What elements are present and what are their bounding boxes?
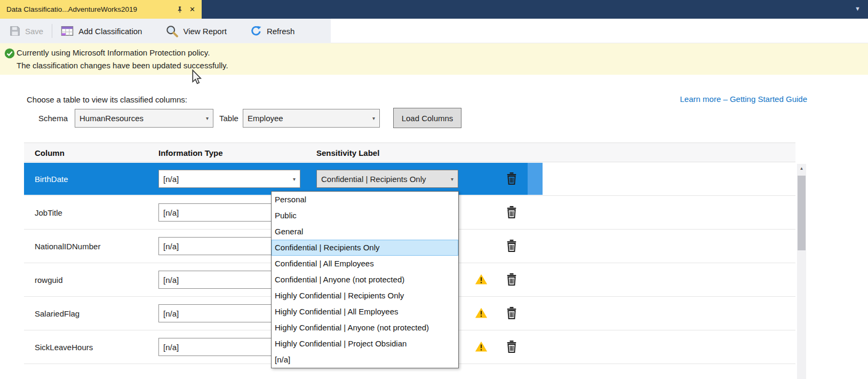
scrollbar-thumb[interactable] <box>798 176 806 250</box>
information-type-value: [n/a] <box>163 343 179 352</box>
warning-icon <box>475 307 488 321</box>
magnifier-icon <box>165 25 178 37</box>
save-button[interactable]: Save <box>3 21 50 41</box>
table-select-value: Employee <box>248 114 283 123</box>
refresh-icon <box>250 25 262 37</box>
dropdown-option[interactable]: Highly Confidential | Anyone (not protec… <box>272 320 458 336</box>
delete-classification-button[interactable] <box>506 205 517 220</box>
success-check-icon <box>4 48 15 61</box>
column-header-column: Column <box>35 148 65 157</box>
warning-icon <box>475 341 488 354</box>
sensitivity-label-select[interactable]: Confidential | Recipients Only ▾ <box>316 170 458 188</box>
delete-classification-button[interactable] <box>506 239 517 254</box>
dropdown-option[interactable]: [n/a] <box>272 352 458 368</box>
toolbar-separator <box>52 24 52 38</box>
dropdown-option[interactable]: Highly Confidential | All Employees <box>272 304 458 320</box>
information-type-select[interactable]: [n/a] ▾ <box>158 170 300 188</box>
save-label: Save <box>25 27 43 36</box>
chevron-down-icon: ▾ <box>203 115 209 121</box>
banner-line-1: Currently using Microsoft Information Pr… <box>17 46 228 59</box>
chevron-down-icon[interactable]: ▼ <box>855 5 861 12</box>
info-banner: Currently using Microsoft Information Pr… <box>0 43 868 75</box>
mouse-cursor <box>190 69 202 88</box>
add-classification-icon <box>61 25 74 37</box>
delete-classification-button[interactable] <box>506 306 517 321</box>
information-type-value: [n/a] <box>163 242 179 251</box>
delete-classification-button[interactable] <box>506 339 517 355</box>
pin-icon[interactable] <box>176 5 184 14</box>
information-type-value: [n/a] <box>163 309 179 318</box>
delete-classification-button[interactable] <box>506 171 517 187</box>
table-label: Table <box>219 114 238 123</box>
sensitivity-dropdown-list: Personal Public General Confidential | R… <box>271 191 459 368</box>
load-columns-button[interactable]: Load Columns <box>393 108 461 128</box>
refresh-button[interactable]: Refresh <box>244 21 301 41</box>
toolbar: Save Add Classification View Report Refr <box>0 19 868 43</box>
column-name: SickLeaveHours <box>35 343 93 352</box>
save-icon <box>10 26 20 36</box>
dropdown-option[interactable]: Highly Confidential | Recipients Only <box>272 288 458 304</box>
column-header-information-type: Information Type <box>158 148 223 157</box>
tab-title: Data Classificatio...AdventureWorks2019 <box>6 5 170 13</box>
main-content: Choose a table to view its classified co… <box>0 75 868 379</box>
column-name: BirthDate <box>35 175 68 184</box>
sensitivity-label-value: Confidential | Recipients Only <box>321 175 426 184</box>
refresh-label: Refresh <box>267 27 295 36</box>
information-type-value: [n/a] <box>163 175 179 184</box>
vertical-scrollbar[interactable]: ▲ <box>797 164 806 379</box>
chevron-down-icon: ▾ <box>290 176 296 182</box>
schema-select-value: HumanResources <box>79 114 144 123</box>
schema-label: Schema <box>38 114 68 123</box>
dropdown-option[interactable]: Confidential | All Employees <box>272 256 458 272</box>
tab-data-classification[interactable]: Data Classificatio...AdventureWorks2019 … <box>0 0 202 19</box>
delete-classification-button[interactable] <box>506 272 517 288</box>
close-icon[interactable]: ✕ <box>189 6 195 13</box>
dropdown-option[interactable]: Confidential | Anyone (not protected) <box>272 272 458 288</box>
view-report-label: View Report <box>183 27 226 36</box>
column-name: JobTitle <box>35 208 62 217</box>
add-classification-button[interactable]: Add Classification <box>54 21 148 41</box>
choose-table-label: Choose a table to view its classified co… <box>27 95 187 104</box>
grid-header: Column Information Type Sensitivity Labe… <box>24 143 795 162</box>
dropdown-option[interactable]: Public <box>272 208 458 224</box>
data-classification-window: Data Classificatio...AdventureWorks2019 … <box>0 0 868 379</box>
column-header-sensitivity-label: Sensitivity Label <box>316 148 379 157</box>
selection-tail <box>528 163 543 195</box>
information-type-value: [n/a] <box>163 208 179 217</box>
add-classification-label: Add Classification <box>78 27 142 36</box>
dropdown-option[interactable]: Confidential | Recipients Only <box>272 240 458 256</box>
column-name: NationalIDNumber <box>35 242 100 251</box>
view-report-button[interactable]: View Report <box>159 21 233 41</box>
warning-icon <box>475 273 488 287</box>
dropdown-option[interactable]: Highly Confidential | Project Obsidian <box>272 336 458 352</box>
dropdown-option[interactable]: General <box>272 224 458 240</box>
column-name: rowguid <box>35 275 63 285</box>
dropdown-option[interactable]: Personal <box>272 192 458 208</box>
scrollbar-up-arrow[interactable]: ▲ <box>797 164 806 173</box>
information-type-value: [n/a] <box>163 275 179 285</box>
table-select[interactable]: Employee ▾ <box>243 109 380 128</box>
document-tab-bar: Data Classificatio...AdventureWorks2019 … <box>0 0 868 19</box>
chevron-down-icon: ▾ <box>448 176 453 182</box>
toolbar-group: Save Add Classification View Report Refr <box>0 19 331 43</box>
banner-text: Currently using Microsoft Information Pr… <box>17 46 228 72</box>
chevron-down-icon: ▾ <box>369 115 375 121</box>
schema-select[interactable]: HumanResources ▾ <box>75 109 213 128</box>
learn-more-link[interactable]: Learn more – Getting Started Guide <box>680 94 807 104</box>
column-name: SalariedFlag <box>35 309 79 318</box>
